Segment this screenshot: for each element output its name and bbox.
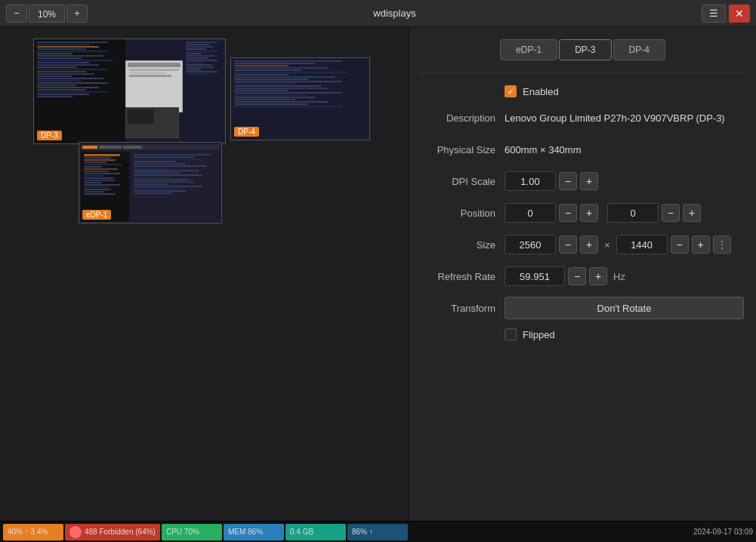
transform-label: Transform: [421, 303, 505, 314]
dpi-scale-row: DPI Scale 1.00 − +: [421, 170, 744, 192]
taskbar: 40% ↑ 3.4% 488 Forbidden (64%) CPU 70% M…: [0, 521, 756, 542]
display-thumb-dp4[interactable]: DP-4: [230, 57, 370, 140]
size-width-increase[interactable]: +: [580, 236, 598, 254]
refresh-rate-row: Refresh Rate 59.951 − + Hz: [421, 265, 744, 288]
position-x-group: 0 − +: [505, 203, 598, 223]
display-label-dp3: DP-3: [37, 131, 62, 140]
display-canvas[interactable]: DP-3: [0, 27, 409, 521]
size-width-value: 2560: [505, 235, 556, 254]
separator-1: [421, 72, 744, 73]
size-height-decrease[interactable]: −: [671, 236, 689, 254]
physical-size-text: 600mm × 340mm: [505, 144, 582, 156]
taskbar-seg-3[interactable]: MEM 86%: [224, 524, 284, 540]
main-content: DP-3: [0, 27, 756, 521]
app-title: wdisplays: [88, 8, 702, 19]
transform-row: Transform Don't Rotate: [421, 297, 744, 319]
position-controls: 0 − + 0 − +: [505, 203, 744, 223]
zoom-level: 10%: [29, 5, 65, 23]
enabled-label: Enabled: [523, 86, 559, 97]
size-controls: 2560 − + × 1440 − + ⋮: [505, 235, 744, 254]
display-label-edp1: eDP-1: [82, 210, 111, 220]
refresh-rate-increase[interactable]: +: [589, 267, 607, 285]
taskbar-seg-4[interactable]: 0.4 GB: [285, 524, 346, 540]
description-label: Description: [421, 112, 505, 124]
dpi-scale-decrease[interactable]: −: [559, 172, 577, 190]
taskbar-seg-4-label: 0.4 GB: [290, 528, 313, 536]
dpi-scale-label: DPI Scale: [421, 176, 505, 187]
display-thumb-dp3[interactable]: DP-3: [33, 38, 226, 144]
tab-edp1[interactable]: eDP-1: [500, 39, 557, 60]
taskbar-seg-1-icon: [69, 526, 82, 538]
taskbar-time: 2024-09-17 03:09: [693, 528, 753, 536]
enabled-row: ✓ Enabled: [421, 85, 744, 97]
size-menu-button[interactable]: ⋮: [713, 236, 731, 254]
taskbar-seg-5[interactable]: 86% ↑: [347, 524, 408, 540]
position-y-group: 0 − +: [607, 203, 701, 223]
titlebar: − 10% + wdisplays ☰ ✕: [0, 0, 756, 27]
size-height-value: 1440: [616, 235, 668, 254]
description-row: Description Lenovo Group Limited P27h-20…: [421, 106, 744, 129]
physical-size-value: 600mm × 340mm: [505, 144, 744, 156]
size-label: Size: [421, 239, 505, 251]
size-row: Size 2560 − + × 1440 − + ⋮: [421, 233, 744, 256]
taskbar-seg-3-label: MEM 86%: [228, 528, 263, 536]
size-separator: ×: [604, 239, 610, 251]
dpi-scale-value: 1.00: [505, 171, 556, 191]
flipped-checkbox[interactable]: [505, 328, 517, 340]
position-x-value: 0: [505, 203, 556, 223]
taskbar-seg-2-label: CPU 70%: [166, 528, 199, 536]
zoom-decrease-button[interactable]: −: [6, 5, 27, 23]
transform-button[interactable]: Don't Rotate: [505, 297, 744, 319]
taskbar-seg-0-label: 40% ↑ 3.4%: [8, 528, 48, 536]
taskbar-seg-5-label: 86% ↑: [352, 528, 373, 536]
dpi-scale-increase[interactable]: +: [580, 172, 598, 190]
position-x-increase[interactable]: +: [580, 204, 598, 222]
settings-panel: eDP-1 DP-3 DP-4 ✓ Enabled Description Le…: [409, 27, 756, 521]
physical-size-row: Physical Size 600mm × 340mm: [421, 138, 744, 161]
dpi-scale-controls: 1.00 − +: [505, 171, 744, 191]
position-label: Position: [421, 208, 505, 219]
position-y-value: 0: [607, 203, 659, 223]
taskbar-seg-2[interactable]: CPU 70%: [162, 524, 222, 540]
position-row: Position 0 − + 0 − +: [421, 202, 744, 224]
size-height-increase[interactable]: +: [692, 236, 710, 254]
refresh-rate-controls: 59.951 − + Hz: [505, 266, 744, 286]
flipped-label: Flipped: [523, 329, 555, 340]
zoom-increase-button[interactable]: +: [66, 5, 88, 23]
taskbar-seg-0[interactable]: 40% ↑ 3.4%: [3, 524, 63, 540]
position-x-decrease[interactable]: −: [559, 204, 577, 222]
transform-controls: Don't Rotate: [505, 297, 744, 319]
menu-button[interactable]: ☰: [702, 5, 726, 23]
display-thumb-edp1[interactable]: eDP-1: [79, 142, 222, 223]
taskbar-seg-1[interactable]: 488 Forbidden (64%): [65, 524, 160, 540]
refresh-rate-label: Refresh Rate: [421, 271, 505, 282]
tab-dp3[interactable]: DP-3: [559, 39, 611, 60]
refresh-rate-value: 59.951: [505, 266, 565, 286]
description-text: Lenovo Group Limited P27h-20 V907VBRP (D…: [505, 112, 725, 124]
hz-unit: Hz: [613, 271, 625, 282]
physical-size-label: Physical Size: [421, 144, 505, 156]
position-y-decrease[interactable]: −: [662, 204, 680, 222]
close-button[interactable]: ✕: [729, 5, 750, 23]
flipped-row: Flipped: [421, 328, 744, 340]
enabled-checkbox[interactable]: ✓: [505, 85, 517, 97]
display-label-dp4: DP-4: [234, 127, 259, 137]
taskbar-seg-1-label: 488 Forbidden (64%): [85, 528, 156, 536]
size-width-decrease[interactable]: −: [559, 236, 577, 254]
description-value: Lenovo Group Limited P27h-20 V907VBRP (D…: [505, 112, 744, 124]
position-y-increase[interactable]: +: [683, 204, 701, 222]
refresh-rate-decrease[interactable]: −: [568, 267, 586, 285]
tab-dp4[interactable]: DP-4: [613, 39, 665, 60]
display-tabs: eDP-1 DP-3 DP-4: [421, 39, 744, 60]
